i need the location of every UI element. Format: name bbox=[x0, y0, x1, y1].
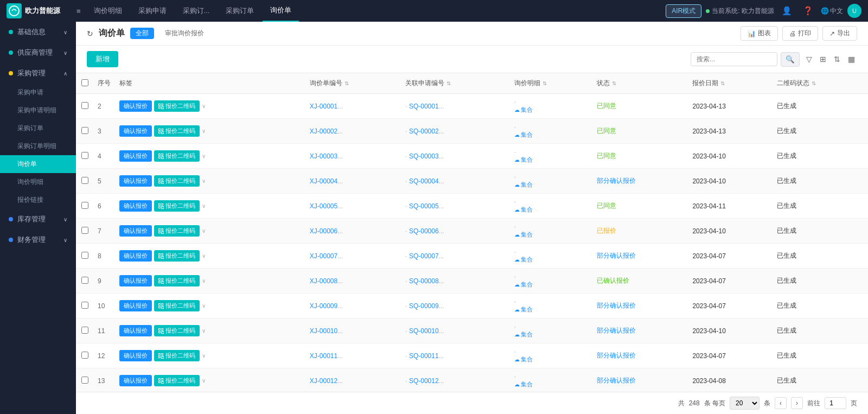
detail-link-9[interactable]: ☁ 集合 bbox=[514, 330, 588, 339]
sq-link-3[interactable]: SQ-00004... bbox=[409, 177, 444, 185]
qr-code-button-0[interactable]: 报价二维码 bbox=[154, 100, 200, 112]
xj-link-7[interactable]: XJ-00008... bbox=[310, 277, 343, 285]
th-status[interactable]: 状态 ⇅ bbox=[592, 73, 688, 94]
nav-item-purchase-order[interactable]: 采购订单 bbox=[218, 0, 261, 22]
row-expand-11[interactable]: ∨ bbox=[202, 378, 206, 384]
confirm-price-button-2[interactable]: 确认报价 bbox=[119, 150, 152, 162]
sidebar-item-inventory-mgmt[interactable]: 库存管理 ∨ bbox=[0, 209, 76, 230]
row-expand-2[interactable]: ∨ bbox=[202, 153, 206, 159]
sq-link-2[interactable]: SQ-00003... bbox=[409, 152, 444, 160]
sidebar-item-supplier-mgmt[interactable]: 供应商管理 ∨ bbox=[0, 42, 76, 63]
qr-code-button-10[interactable]: 报价二维码 bbox=[154, 350, 200, 361]
row-select-8[interactable] bbox=[81, 302, 88, 309]
air-mode-button[interactable]: AIR模式 bbox=[666, 4, 701, 18]
confirm-price-button-1[interactable]: 确认报价 bbox=[119, 125, 152, 137]
chart-button[interactable]: 📊 图表 bbox=[741, 26, 778, 41]
detail-link-11[interactable]: ☁ 集合 bbox=[514, 380, 588, 388]
confirm-price-button-7[interactable]: 确认报价 bbox=[119, 275, 152, 286]
qr-code-button-3[interactable]: 报价二维码 bbox=[154, 175, 200, 187]
row-expand-4[interactable]: ∨ bbox=[202, 203, 206, 209]
search-input[interactable] bbox=[691, 52, 777, 66]
qr-code-button-1[interactable]: 报价二维码 bbox=[154, 125, 200, 137]
xj-link-11[interactable]: XJ-00012... bbox=[310, 377, 343, 385]
detail-link-3[interactable]: ☁ 集合 bbox=[514, 181, 588, 189]
refresh-button[interactable]: ↻ bbox=[87, 29, 93, 38]
row-expand-1[interactable]: ∨ bbox=[202, 128, 206, 134]
sort-button[interactable]: ⇅ bbox=[832, 53, 843, 66]
select-all-checkbox[interactable] bbox=[81, 79, 88, 86]
qr-code-button-6[interactable]: 报价二维码 bbox=[154, 250, 200, 262]
row-select-3[interactable] bbox=[81, 177, 88, 184]
xj-link-3[interactable]: XJ-00004... bbox=[310, 177, 343, 185]
qr-code-button-7[interactable]: 报价二维码 bbox=[154, 275, 200, 286]
confirm-price-button-4[interactable]: 确认报价 bbox=[119, 200, 152, 212]
export-button[interactable]: ↗ 导出 bbox=[822, 26, 857, 41]
sort-status[interactable]: ⇅ bbox=[612, 80, 616, 86]
detail-link-2[interactable]: ☁ 集合 bbox=[514, 156, 588, 164]
th-xj-no[interactable]: 询价单编号 ⇅ bbox=[305, 73, 401, 94]
row-select-11[interactable] bbox=[81, 377, 88, 384]
sq-link-4[interactable]: SQ-00005... bbox=[409, 202, 444, 210]
confirm-price-button-0[interactable]: 确认报价 bbox=[119, 100, 152, 112]
confirm-price-button-11[interactable]: 确认报价 bbox=[119, 375, 152, 386]
filter-button[interactable]: ▽ bbox=[804, 53, 814, 66]
row-expand-5[interactable]: ∨ bbox=[202, 228, 206, 234]
sort-detail[interactable]: ⇅ bbox=[542, 80, 547, 86]
row-expand-9[interactable]: ∨ bbox=[202, 328, 206, 334]
confirm-price-button-5[interactable]: 确认报价 bbox=[119, 225, 152, 237]
sq-link-6[interactable]: SQ-00007... bbox=[409, 252, 444, 260]
next-page-button[interactable]: › bbox=[791, 397, 803, 409]
nav-item-purchase-apply[interactable]: 采购申请 bbox=[131, 0, 174, 22]
sidebar-item-purchase-mgmt[interactable]: 采购管理 ∧ bbox=[0, 63, 76, 84]
th-sq-no[interactable]: 关联申请编号 ⇅ bbox=[401, 73, 509, 94]
th-date[interactable]: 报价日期 ⇅ bbox=[688, 73, 772, 94]
row-select-6[interactable] bbox=[81, 252, 88, 259]
chart-toggle-button[interactable]: ▦ bbox=[846, 53, 857, 66]
sidebar-sub-purchase-order[interactable]: 采购订单 bbox=[0, 119, 76, 137]
confirm-price-button-10[interactable]: 确认报价 bbox=[119, 350, 152, 361]
row-select-7[interactable] bbox=[81, 277, 88, 284]
search-button[interactable]: 🔍 bbox=[781, 52, 800, 67]
detail-link-4[interactable]: ☁ 集合 bbox=[514, 206, 588, 214]
qr-code-button-5[interactable]: 报价二维码 bbox=[154, 225, 200, 237]
row-expand-6[interactable]: ∨ bbox=[202, 253, 206, 259]
detail-link-10[interactable]: ☁ 集合 bbox=[514, 355, 588, 364]
user-icon[interactable]: 👤 bbox=[778, 6, 795, 16]
sq-link-11[interactable]: SQ-00012... bbox=[409, 377, 444, 385]
detail-link-8[interactable]: ☁ 集合 bbox=[514, 305, 588, 314]
row-select-10[interactable] bbox=[81, 352, 88, 359]
qr-code-button-4[interactable]: 报价二维码 bbox=[154, 200, 200, 212]
xj-link-5[interactable]: XJ-00006... bbox=[310, 227, 343, 235]
sidebar-sub-inquiry[interactable]: 询价单 bbox=[0, 155, 76, 173]
sq-link-0[interactable]: SQ-00001... bbox=[409, 103, 444, 110]
new-button[interactable]: 新增 bbox=[87, 51, 118, 67]
xj-link-4[interactable]: XJ-00005... bbox=[310, 202, 343, 210]
tab-approve[interactable]: 审批询价报价 bbox=[159, 28, 209, 39]
sq-link-7[interactable]: SQ-00008... bbox=[409, 277, 444, 285]
sidebar-sub-purchase-apply-detail[interactable]: 采购申请明细 bbox=[0, 101, 76, 119]
th-qr[interactable]: 二维码状态 ⇅ bbox=[773, 73, 868, 94]
sq-link-10[interactable]: SQ-00011... bbox=[409, 352, 444, 360]
detail-link-0[interactable]: ☁ 集合 bbox=[514, 106, 588, 114]
qr-code-button-8[interactable]: 报价二维码 bbox=[154, 300, 200, 311]
sq-link-8[interactable]: SQ-00009... bbox=[409, 302, 444, 310]
sidebar-item-basic-info[interactable]: 基础信息 ∨ bbox=[0, 22, 76, 42]
nav-hamburger[interactable]: ≡ bbox=[71, 0, 86, 22]
qr-code-button-2[interactable]: 报价二维码 bbox=[154, 150, 200, 162]
sort-sq-no[interactable]: ⇅ bbox=[446, 80, 451, 86]
confirm-price-button-9[interactable]: 确认报价 bbox=[119, 325, 152, 336]
qr-code-button-9[interactable]: 报价二维码 bbox=[154, 325, 200, 336]
xj-link-8[interactable]: XJ-00009... bbox=[310, 302, 343, 310]
sq-link-5[interactable]: SQ-00006... bbox=[409, 227, 444, 235]
sq-link-9[interactable]: SQ-00010... bbox=[409, 327, 444, 335]
confirm-price-button-8[interactable]: 确认报价 bbox=[119, 300, 152, 311]
row-expand-10[interactable]: ∨ bbox=[202, 353, 206, 359]
row-select-5[interactable] bbox=[81, 227, 88, 234]
detail-link-6[interactable]: ☁ 集合 bbox=[514, 256, 588, 264]
sidebar-sub-inquiry-detail[interactable]: 询价明细 bbox=[0, 173, 76, 191]
xj-link-6[interactable]: XJ-00007... bbox=[310, 252, 343, 260]
sidebar-sub-purchase-order-detail[interactable]: 采购订单明细 bbox=[0, 137, 76, 155]
detail-link-5[interactable]: ☁ 集合 bbox=[514, 231, 588, 239]
sidebar-sub-purchase-apply[interactable]: 采购申请 bbox=[0, 84, 76, 101]
th-detail[interactable]: 询价明细 ⇅ bbox=[510, 73, 592, 94]
